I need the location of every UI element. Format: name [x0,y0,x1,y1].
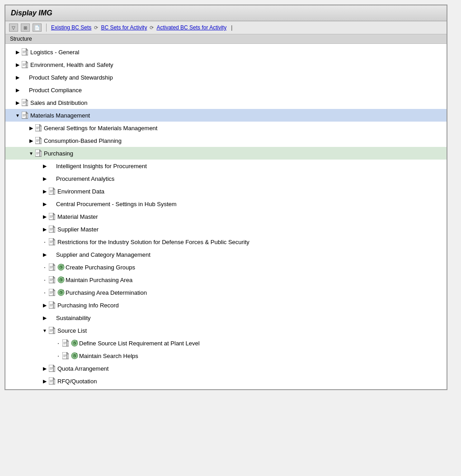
doc-icon-supplier-master [48,226,56,233]
tree-label-environment-health-safety: Environment, Health and Safety [30,61,113,68]
tree-label-purchasing-area-determination: Purchasing Area Determination [66,289,147,296]
tree-row-rfq-quotation[interactable]: ▶ RFQ/Quotation [5,375,447,387]
expand-btn-general-settings-mm[interactable]: ▶ [28,125,34,131]
expand-btn-central-procurement[interactable]: ▶ [42,201,48,207]
tree-row-intelligent-insights[interactable]: ▶Intelligent Insights for Procurement [5,160,447,172]
tree-row-supplier-category-mgmt[interactable]: ▶Supplier and Category Management [5,248,447,261]
tree-row-material-master[interactable]: ▶ Material Master [5,210,447,223]
tree-label-supplier-category-mgmt: Supplier and Category Management [56,251,151,258]
tree-row-source-list[interactable]: ▼ Source List [5,324,447,337]
activity-icon-define-source-list [71,339,78,347]
tree-label-material-master: Material Master [57,213,98,220]
activity-icon-purchasing-area-determination [57,289,65,296]
expand-btn-maintain-search-helps[interactable]: · [55,353,61,359]
window-title: Display IMG [11,9,52,17]
expand-btn-create-purchasing-groups[interactable]: · [42,264,48,270]
expand-btn-product-safety-stewardship[interactable]: ▶ [14,74,21,80]
tree-label-supplier-master: Supplier Master [57,226,99,233]
expand-btn-purchasing-area-determination[interactable]: · [42,289,48,296]
expand-btn-environment-health-safety[interactable]: ▶ [14,61,21,68]
tree-row-procurement-analytics[interactable]: ▶Procurement Analytics [5,172,447,185]
doc-icon-materials-management [21,112,29,119]
structure-header: Structure [5,34,447,44]
tree-label-rfq-quotation: RFQ/Quotation [57,378,97,385]
doc-icon-sales-distribution [21,99,29,106]
tree-row-logistics-general[interactable]: ▶ Logistics - General [5,46,447,58]
activated-bc-icon: ⟳ [150,25,154,31]
tree-row-general-settings-mm[interactable]: ▶ General Settings for Materials Managem… [5,122,447,134]
title-bar: Display IMG [5,5,447,21]
tree-row-purchasing[interactable]: ▼ Purchasing [5,147,447,160]
tree-row-maintain-purchasing-area[interactable]: · Maintain Purchasing Area [5,273,447,286]
doc-icon-purchasing-info-record [48,302,56,309]
tree-row-product-compliance[interactable]: ▶Product Compliance [5,84,447,96]
doc-icon-environment-health-safety [21,61,29,68]
doc-icon-source-list [48,327,56,334]
doc-icon-consumption-based-planning [34,137,42,144]
grid-icon[interactable]: ⊞ [21,24,30,32]
expand-btn-maintain-purchasing-area[interactable]: · [42,277,48,283]
expand-btn-purchasing[interactable]: ▼ [28,150,34,156]
tree-label-maintain-purchasing-area: Maintain Purchasing Area [66,277,132,283]
tree-row-create-purchasing-groups[interactable]: · Create Purchasing Groups [5,261,447,273]
tree-row-quota-arrangement[interactable]: ▶ Quota Arrangement [5,362,447,375]
tree-label-central-procurement: Central Procurement - Settings in Hub Sy… [56,201,177,207]
tree-label-intelligent-insights: Intelligent Insights for Procurement [56,163,147,170]
doc-icon-create-purchasing-groups [48,264,56,271]
tree-label-quota-arrangement: Quota Arrangement [57,365,108,372]
expand-btn-product-compliance[interactable]: ▶ [14,87,21,93]
expand-btn-quota-arrangement[interactable]: ▶ [42,365,48,372]
activity-icon-create-purchasing-groups [57,264,65,271]
tree-row-materials-management[interactable]: ▼ Materials Management [5,109,447,122]
expand-btn-procurement-analytics[interactable]: ▶ [42,175,48,182]
expand-btn-sales-distribution[interactable]: ▶ [14,99,21,106]
doc-icon-environment-data [48,188,56,195]
tree-row-sales-distribution[interactable]: ▶ Sales and Distribution [5,96,447,109]
expand-btn-supplier-category-mgmt[interactable]: ▶ [42,251,48,258]
expand-btn-consumption-based-planning[interactable]: ▶ [28,137,34,144]
expand-btn-logistics-general[interactable]: ▶ [14,49,21,55]
tree-row-sustainability[interactable]: ▶Sustainability [5,311,447,324]
tree-row-environment-data[interactable]: ▶ Environment Data [5,185,447,198]
expand-btn-purchasing-info-record[interactable]: ▶ [42,302,48,308]
expand-btn-material-master[interactable]: ▶ [42,213,48,220]
tree-row-maintain-search-helps[interactable]: · Maintain Search Helps [5,349,447,362]
expand-btn-sustainability[interactable]: ▶ [42,315,48,321]
tree-label-product-safety-stewardship: Product Safety and Stewardship [29,74,113,81]
tree-row-environment-health-safety[interactable]: ▶ Environment, Health and Safety [5,58,447,71]
tree-row-consumption-based-planning[interactable]: ▶ Consumption-Based Planning [5,134,447,147]
expand-btn-supplier-master[interactable]: ▶ [42,226,48,232]
tree-row-purchasing-area-determination[interactable]: · Purchasing Area Determination [5,286,447,299]
existing-bc-sets-link[interactable]: Existing BC Sets [51,24,91,31]
expand-btn-intelligent-insights[interactable]: ▶ [42,163,48,169]
tree-row-central-procurement[interactable]: ▶Central Procurement - Settings in Hub S… [5,198,447,210]
expand-btn-define-source-list[interactable]: · [55,340,61,346]
activity-icon-maintain-search-helps [71,352,78,359]
expand-btn-rfq-quotation[interactable]: ▶ [42,378,48,384]
bc-sets-activity-icon: ⟳ [94,25,98,31]
doc-icon-logistics-general [21,48,29,56]
tree-row-define-source-list[interactable]: · Define Source List Requirement at Plan… [5,337,447,349]
expand-btn-environment-data[interactable]: ▶ [42,188,48,194]
tree-label-product-compliance: Product Compliance [29,87,82,94]
activated-bc-sets-link[interactable]: Activated BC Sets for Activity [156,24,226,31]
svg-line-99 [61,267,62,268]
tree-row-restrictions-industry[interactable]: · Restrictions for the Industry Solution… [5,236,447,248]
doc-icon-rfq-quotation [48,377,56,385]
doc-icon-quota-arrangement [48,365,56,372]
tree-label-general-settings-mm: General Settings for Materials Managemen… [44,125,157,132]
filter-icon[interactable]: ▽ [9,24,18,32]
expand-btn-source-list[interactable]: ▼ [42,327,48,334]
tree-row-purchasing-info-record[interactable]: ▶ Purchasing Info Record [5,299,447,311]
tree-row-supplier-master[interactable]: ▶ Supplier Master [5,223,447,236]
expand-btn-restrictions-industry[interactable]: · [42,239,48,245]
doc-icon-purchasing [34,150,42,157]
bc-sets-activity-link[interactable]: BC Sets for Activity [101,24,147,31]
doc-icon[interactable]: 📄 [33,24,42,32]
tree-label-maintain-search-helps: Maintain Search Helps [79,353,138,359]
tree-label-materials-management: Materials Management [30,112,90,119]
doc-icon-general-settings-mm [34,124,42,132]
tree-row-product-safety-stewardship[interactable]: ▶Product Safety and Stewardship [5,71,447,84]
doc-icon-maintain-purchasing-area [48,276,56,283]
expand-btn-materials-management[interactable]: ▼ [14,112,21,118]
